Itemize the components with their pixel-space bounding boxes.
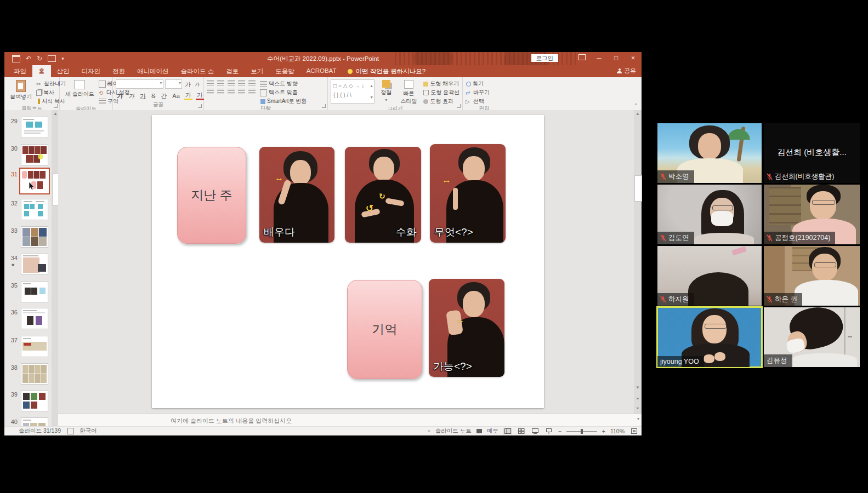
numbering-icon[interactable] [217, 80, 224, 86]
video-tile-participant-5[interactable]: 하은 권 [764, 246, 860, 306]
next-slide-icon[interactable]: ⏷ [634, 405, 642, 412]
thumbnail-slide-38[interactable]: 38 [4, 363, 52, 387]
shape-outline-button[interactable]: 도형 윤곽선 [423, 89, 459, 96]
font-color-button[interactable]: 가 [196, 91, 204, 100]
tab-insert[interactable]: 삽입 [51, 65, 76, 77]
undo-icon[interactable]: ↶ [26, 55, 31, 62]
fit-slide-to-window-icon[interactable] [629, 428, 638, 434]
slide-photo-what[interactable]: ↔ 무엇<?> [430, 144, 506, 243]
decrease-indent-icon[interactable] [228, 80, 235, 86]
minimize-button[interactable]: ─ [591, 52, 608, 65]
thumbnail-slide-35[interactable]: 35 [4, 281, 52, 305]
tab-transitions[interactable]: 전환 [106, 65, 131, 77]
thumbnail-scrollbar[interactable]: ▲ [52, 110, 58, 427]
columns-icon[interactable] [248, 89, 256, 95]
zoom-out-button[interactable]: − [558, 428, 561, 434]
paste-button[interactable]: 붙여넣기 [7, 79, 35, 100]
quick-styles-button[interactable]: 빠른스타일 [398, 79, 419, 105]
clipboard-dialog-launcher-icon[interactable] [54, 104, 58, 108]
increase-indent-icon[interactable] [238, 80, 245, 86]
gallery-up-icon[interactable]: ▲ [370, 81, 373, 90]
proofing-icon[interactable] [67, 428, 74, 434]
zoom-slider[interactable] [566, 431, 597, 432]
bullets-icon[interactable] [207, 80, 214, 86]
slide-shape-last-week[interactable]: 지난 주 [177, 147, 246, 244]
slide-photo-learn[interactable]: ↔ 배우다 [259, 147, 334, 243]
tab-review[interactable]: 검토 [220, 65, 245, 77]
shapes-gallery[interactable]: □ ○ △ ◇ → ↓ { } ( ) / \ ▲ ▼ [331, 79, 375, 104]
tab-design[interactable]: 디자인 [76, 65, 107, 77]
previous-slide-icon[interactable]: ⏶ [634, 395, 642, 403]
tab-home[interactable]: 홈 [32, 65, 51, 77]
tab-help[interactable]: 도움말 [269, 65, 300, 77]
tell-me-box[interactable]: 어떤 작업을 원하시나요? [342, 65, 431, 77]
text-direction-button[interactable]: 텍스트 방향 [260, 80, 307, 88]
zoom-slider-thumb[interactable] [581, 429, 583, 434]
maximize-button[interactable]: □ [608, 52, 625, 65]
shape-fill-button[interactable]: 도형 채우기 [423, 80, 459, 88]
slide-canvas[interactable]: 지난 주 ↔ 배우다 [152, 115, 544, 408]
paragraph-dialog-launcher-icon[interactable] [322, 104, 326, 108]
start-slideshow-icon[interactable] [48, 55, 56, 62]
new-slide-button[interactable]: 새 슬라이드 [63, 79, 97, 98]
align-left-icon[interactable] [207, 89, 214, 95]
reading-view-button[interactable] [531, 428, 540, 434]
change-case-button[interactable]: Aa [171, 92, 180, 100]
video-tile-participant-1[interactable]: 김선희 (비호생활... 김선희(비호생활관) [764, 123, 860, 183]
notes-toggle-button[interactable]: 슬라이드 노트 [435, 427, 472, 435]
slide-photo-possible[interactable]: ← 가능<?> [429, 279, 504, 377]
scroll-up-icon[interactable]: ▲ [634, 110, 642, 118]
thumbnail-slide-32[interactable]: 32 [4, 199, 52, 223]
language-indicator[interactable]: 한국어 [80, 427, 97, 435]
select-button[interactable]: ▷선택 [466, 98, 490, 105]
zoom-percentage[interactable]: 110% [610, 428, 625, 434]
share-button[interactable]: 공유 [617, 67, 636, 75]
zoom-in-button[interactable]: + [602, 428, 605, 434]
align-text-button[interactable]: 텍스트 맞춤 [260, 89, 307, 96]
thumbnail-slide-33[interactable]: 33 [4, 226, 52, 250]
font-dialog-launcher-icon[interactable] [198, 104, 202, 108]
underline-button[interactable]: 가 [139, 92, 147, 100]
shrink-font-button[interactable]: 가 [194, 81, 201, 88]
save-icon[interactable] [12, 55, 20, 62]
thumbnail-slide-39[interactable]: 39 [4, 390, 52, 414]
tab-view[interactable]: 보기 [245, 65, 269, 77]
video-tile-participant-3[interactable]: 공정호(21902704) [764, 185, 860, 244]
ribbon-display-options-icon[interactable] [574, 52, 591, 65]
close-button[interactable]: × [625, 52, 642, 65]
highlight-color-button[interactable]: 가 [184, 91, 192, 100]
slide-sorter-view-button[interactable] [517, 428, 526, 434]
slide-shape-memory[interactable]: 기억 [347, 280, 422, 379]
tab-animations[interactable]: 애니메이션 [131, 65, 175, 77]
comments-toggle-button[interactable]: 메모 [487, 427, 498, 435]
notes-pane[interactable]: 여기에 슬라이드 노트의 내용을 입력하십시오 ▾ [58, 414, 642, 427]
bold-button[interactable]: 가 [116, 92, 124, 100]
strikethrough-button[interactable]: S [150, 92, 156, 100]
font-name-combobox[interactable] [116, 79, 163, 89]
thumbnail-slide-40[interactable]: 40 [4, 417, 52, 427]
slide-scrollbar[interactable]: ▲ ▼ ⏶ ⏷ [634, 110, 642, 414]
smartart-button[interactable]: SmartArt로 변환 [260, 98, 307, 105]
customize-toolbar-icon[interactable]: ▾ [61, 56, 64, 61]
collapse-ribbon-icon[interactable]: ⌃ [634, 102, 638, 108]
italic-button[interactable]: 가 [127, 92, 135, 100]
slide-scrollbar-thumb[interactable] [634, 175, 642, 202]
notes-collapse-icon[interactable]: ▾ [637, 416, 639, 421]
tab-file[interactable]: 파일 [8, 65, 32, 77]
thumbnail-slide-30[interactable]: 30 [4, 144, 52, 168]
replace-button[interactable]: ⇄바꾸기 [466, 89, 490, 96]
tab-slideshow[interactable]: 슬라이드 쇼 [175, 65, 220, 77]
video-tile-participant-7[interactable]: 김유정 [764, 307, 860, 367]
thumbnail-slide-36[interactable]: 36 [4, 308, 52, 332]
normal-view-button[interactable] [503, 428, 512, 434]
video-tile-participant-2[interactable]: 김도연 [657, 185, 762, 244]
thumbnail-slide-31-selected[interactable]: 31 [4, 170, 52, 197]
arrange-button[interactable]: 정렬▾ [378, 79, 394, 104]
notes-placeholder[interactable]: 여기에 슬라이드 노트의 내용을 입력하십시오 [171, 417, 292, 425]
thumbnail-slide-34[interactable]: 34 ★ [4, 254, 52, 278]
align-right-icon[interactable] [228, 89, 235, 95]
video-tile-participant-0[interactable]: 박소영 [657, 123, 762, 183]
thumbnail-slide-29[interactable]: 29 [4, 117, 52, 141]
video-tile-participant-4[interactable]: 하지원 [657, 246, 762, 306]
video-tile-participant-6-active-speaker[interactable]: jiyoung YOO [657, 307, 762, 367]
